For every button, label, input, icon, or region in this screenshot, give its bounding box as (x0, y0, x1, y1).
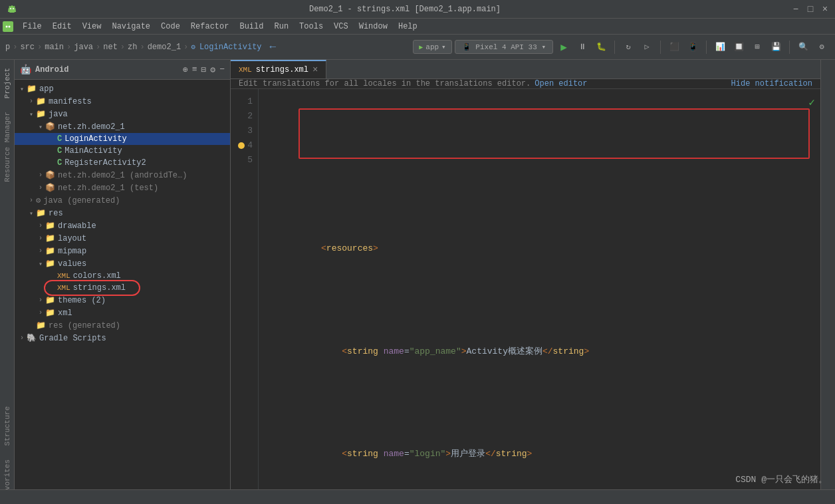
tree-item-xml[interactable]: › 📁 xml (15, 307, 230, 319)
gradle-icon: 🐘 (27, 333, 37, 343)
code-content[interactable]: ✓ <resources> <string name="app_name">Ac… (259, 89, 820, 504)
editor-tabs: XML strings.xml × (231, 60, 820, 79)
debug-button[interactable]: ⏸ (574, 39, 590, 55)
tree-item-res[interactable]: ▾ 📁 res (15, 207, 230, 219)
gear-icon[interactable]: ⚙ (210, 64, 215, 75)
app-logo (5, 3, 19, 16)
tree-item-mainactivity[interactable]: C MainActivity (15, 145, 230, 157)
tree-item-app[interactable]: ▾ 📁 app (15, 82, 230, 95)
breadcrumb-zh[interactable]: zh (128, 43, 137, 52)
menu-refactor[interactable]: Refactor (185, 21, 235, 33)
tree-item-java[interactable]: ▾ 📁 java (15, 108, 230, 120)
class-icon-mainactivity: C (57, 146, 62, 156)
menu-window[interactable]: Window (354, 21, 393, 33)
green-checkmark: ✓ (808, 94, 815, 112)
layout-inspector-button[interactable]: ⊞ (749, 39, 765, 55)
settings-button[interactable]: ⚙ (814, 39, 830, 55)
open-editor-link[interactable]: Open editor (535, 79, 587, 88)
translation-bar-text: Edit translations for all locales in the… (239, 79, 531, 88)
tree-item-res-generated[interactable]: 📁 res (generated) (15, 319, 230, 332)
sidebar-tab-resource-manager[interactable]: Resource Manager (1, 106, 13, 188)
folder-icon-xml: 📁 (45, 308, 55, 318)
maximize-button[interactable]: □ (806, 5, 815, 14)
tree-item-androidtest[interactable]: › 📦 net.zh.demo2_1 (androidTe…) (15, 169, 230, 182)
tree-item-gradle-scripts[interactable]: › 🐘 Gradle Scripts (15, 332, 230, 344)
folder-icon-themes: 📁 (45, 295, 55, 305)
tab-label-strings-xml: strings.xml (256, 65, 308, 74)
breadcrumb-net[interactable]: net (103, 43, 118, 52)
run-button[interactable]: ▶ (556, 39, 572, 55)
tree-item-test[interactable]: › 📦 net.zh.demo2_1 (test) (15, 182, 230, 194)
main-layout: Project Resource Manager Structure Favor… (0, 60, 835, 504)
android-icon: 🤖 (20, 64, 31, 75)
app-selector-button[interactable]: ▶ app ▾ (413, 40, 451, 54)
breadcrumb-loginactivity[interactable]: LoginActivity (199, 43, 262, 52)
tree-item-themes[interactable]: › 📁 themes (2) (15, 294, 230, 307)
tree-item-registeractivity2[interactable]: C RegisterActivity2 (15, 157, 230, 169)
hide-notification-link[interactable]: Hide notification (731, 79, 812, 88)
tree-item-java-generated[interactable]: › ⚙ java (generated) (15, 194, 230, 207)
line-num-5: 5 (231, 153, 253, 168)
breadcrumb-main[interactable]: main (45, 43, 64, 52)
editor-area: XML strings.xml × Edit translations for … (231, 60, 820, 504)
tree-item-loginactivity[interactable]: C LoginActivity (15, 133, 230, 145)
sidebar-tab-structure[interactable]: Structure (1, 401, 13, 451)
database-inspector-button[interactable]: 💾 (768, 39, 784, 55)
menu-tools[interactable]: Tools (294, 21, 328, 33)
menu-view[interactable]: View (77, 21, 107, 33)
folder-icon-res: 📁 (36, 208, 46, 218)
breadcrumb-src[interactable]: src (20, 43, 35, 52)
menu-run[interactable]: Run (269, 21, 294, 33)
expand-icon-values: ▾ (36, 260, 45, 268)
expand-icon-layout: › (36, 235, 45, 242)
breadcrumb-demo2_1[interactable]: demo2_1 (148, 43, 181, 52)
class-icon-registeractivity2: C (57, 158, 62, 168)
back-nav-icon[interactable]: ← (270, 41, 277, 53)
folder-icon-manifests: 📁 (36, 96, 46, 106)
add-icon[interactable]: ⊕ (183, 64, 188, 75)
sidebar-tab-project[interactable]: Project (1, 63, 13, 104)
collapse-all-icon[interactable]: ⊟ (201, 64, 207, 75)
expand-icon-java-gen: › (27, 197, 36, 204)
expand-icon-java: ▾ (27, 110, 36, 118)
menu-build[interactable]: Build (234, 21, 269, 33)
tree-item-manifests[interactable]: › 📁 manifests (15, 95, 230, 108)
close-button[interactable]: × (820, 5, 830, 14)
svg-line-2 (14, 6, 15, 7)
tree-item-layout[interactable]: › 📁 layout (15, 232, 230, 245)
tree-item-drawable[interactable]: › 📁 drawable (15, 219, 230, 232)
menu-navigate[interactable]: Navigate (106, 21, 156, 33)
sync-button[interactable]: ↻ (620, 39, 636, 55)
tree-item-net-zh-demo2_1[interactable]: ▾ 📦 net.zh.demo2_1 (15, 120, 230, 133)
menu-file[interactable]: File (17, 21, 47, 33)
avd-manager-button[interactable]: 📱 (685, 39, 701, 55)
menu-vcs[interactable]: VCS (328, 21, 354, 33)
svg-point-4 (13, 8, 14, 9)
svg-line-1 (9, 6, 10, 7)
attach-debugger-button[interactable]: 🐛 (593, 39, 609, 55)
menu-edit[interactable]: Edit (47, 21, 77, 33)
line-num-3: 3 (231, 124, 253, 138)
breadcrumb-java[interactable]: java (74, 43, 93, 52)
search-everywhere-button[interactable]: 🔍 (795, 39, 811, 55)
tab-strings-xml[interactable]: XML strings.xml × (231, 60, 326, 78)
menu-code[interactable]: Code (156, 21, 185, 33)
tree-item-colors-xml[interactable]: XML colors.xml (15, 270, 230, 282)
project-panel: 🤖 Android ⊕ ≡ ⊟ ⚙ − ▾ 📁 app › 📁 manifest… (15, 60, 231, 504)
run-tasks-button[interactable]: ▷ (639, 39, 655, 55)
tab-close-button[interactable]: × (312, 65, 318, 74)
menu-help[interactable]: Help (393, 21, 423, 33)
sdk-manager-button[interactable]: ⬛ (666, 39, 682, 55)
profiler-button[interactable]: 📊 (712, 39, 728, 55)
tree-item-strings-xml[interactable]: XML strings.xml (15, 282, 230, 294)
tree-item-mipmap[interactable]: › 📁 mipmap (15, 245, 230, 257)
highlight-box (298, 108, 810, 159)
tree-item-values[interactable]: ▾ 📁 values (15, 257, 230, 270)
device-selector-button[interactable]: 📱 Pixel 4 API 33 ▾ (455, 40, 553, 54)
expand-all-icon[interactable]: ≡ (192, 64, 197, 74)
breadcrumb-p[interactable]: p (5, 43, 10, 52)
close-panel-icon[interactable]: − (219, 64, 225, 74)
code-editor[interactable]: 1 2 3 4 5 ✓ <resources> (231, 89, 820, 504)
minimize-button[interactable]: − (791, 5, 800, 14)
device-manager-button[interactable]: 🔲 (731, 39, 747, 55)
